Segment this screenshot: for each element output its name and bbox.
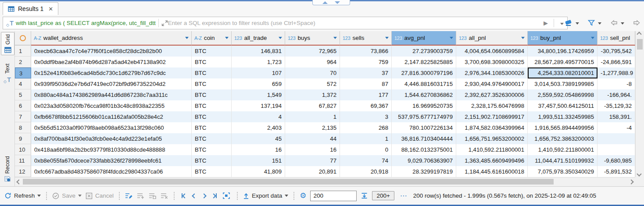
- cell-all_trade[interactable]: 659: [232, 78, 285, 89]
- cell-avg_pnl[interactable]: 2,147.8225825885: [392, 57, 456, 67]
- cell-buys[interactable]: 72,965: [285, 46, 340, 57]
- cell-all_trade[interactable]: 151: [232, 155, 285, 166]
- cell-buys[interactable]: 2,135: [285, 122, 340, 133]
- cell-all_trade[interactable]: 41,809: [232, 166, 285, 177]
- scroll-right-icon[interactable]: [629, 179, 633, 184]
- sort-dropdown-icon[interactable]: [225, 37, 229, 39]
- cell-buy_pnl[interactable]: 1,656,752.3863200003: [528, 133, 597, 144]
- cell-avg_pnl[interactable]: 88,162.0132375001: [392, 144, 456, 155]
- row-number[interactable]: 11: [15, 155, 31, 166]
- settings-gear-icon[interactable]: ⚙: [300, 191, 306, 200]
- cell-sell_pnl[interactable]: -8: [597, 78, 635, 89]
- back-history-dropdown[interactable]: [621, 19, 624, 26]
- sort-dropdown-icon[interactable]: [521, 37, 525, 39]
- row-number[interactable]: 12: [15, 166, 31, 177]
- forward-arrow-icon[interactable]: [633, 20, 640, 26]
- cell-buys[interactable]: 1: [285, 111, 340, 122]
- cell-sells[interactable]: 69,367: [340, 100, 392, 111]
- cell-coin[interactable]: BTC: [192, 111, 232, 122]
- more-status-icon[interactable]: ⋯: [400, 192, 408, 200]
- row-limit-input[interactable]: [310, 191, 357, 201]
- sort-dropdown-icon[interactable]: [333, 37, 337, 39]
- cell-sells[interactable]: 87: [340, 78, 392, 89]
- apply-filter-icon[interactable]: ▶: [540, 20, 551, 26]
- scroll-left-icon[interactable]: [16, 179, 21, 184]
- previous-row-button[interactable]: [192, 193, 197, 198]
- clear-filter-icon[interactable]: [565, 19, 572, 26]
- cell-sell_pnl[interactable]: -166,964.: [597, 89, 635, 100]
- cell-buys[interactable]: 964: [285, 57, 340, 67]
- edit-cell-icon[interactable]: [125, 192, 133, 199]
- save-dropdown[interactable]: [78, 195, 82, 197]
- select-all-corner[interactable]: [15, 31, 31, 46]
- cell-buy_pnl[interactable]: 34,800,196.17426959: [528, 46, 597, 57]
- cell-buys[interactable]: 1,372: [285, 89, 340, 100]
- cell-buy_pnl[interactable]: 11,044,471.510199932: [528, 155, 597, 166]
- column-header-sells[interactable]: 123sells: [340, 31, 392, 46]
- cell-all_trade[interactable]: 2,403: [232, 122, 285, 133]
- cell-avg_pnl[interactable]: 16.9699520735: [392, 100, 456, 111]
- cell-sells[interactable]: 759: [340, 57, 392, 67]
- cell-sell_pnl[interactable]: -5,891,532: [597, 166, 635, 177]
- cell-all_pnl[interactable]: 2,151,902.7108699917: [456, 111, 528, 122]
- horizontal-scrollbar[interactable]: [15, 177, 635, 186]
- cell-wallet_address[interactable]: 0x152e41f0b83e6cad4b5dc730c1d6279b7d67c9…: [31, 67, 192, 78]
- cell-sell_pnl[interactable]: -35,129,32: [597, 100, 635, 111]
- cell-all_pnl[interactable]: 1,656,751.9653200002: [456, 133, 528, 144]
- cell-all_pnl[interactable]: 1,874,582.0364399964: [456, 122, 528, 133]
- cell-buy_pnl[interactable]: 1,916,565.8944499956: [528, 122, 597, 133]
- cell-sell_pnl[interactable]: -4: [597, 122, 635, 133]
- cell-buy_pnl[interactable]: 1,410,592.211800001: [528, 144, 597, 155]
- cell-sell_pnl[interactable]: -24,866,591: [597, 57, 635, 67]
- sort-dropdown-icon[interactable]: [279, 37, 282, 39]
- cell-wallet_address[interactable]: 0x0ddf9bae2af4b874b96d287a5ad42eb47138a9…: [31, 57, 192, 67]
- cell-all_trade[interactable]: 146,831: [232, 46, 285, 57]
- duplicate-row-icon[interactable]: [149, 192, 157, 199]
- cell-avg_pnl[interactable]: 28.3299197819: [392, 166, 456, 177]
- cell-sells[interactable]: 177: [340, 89, 392, 100]
- row-number[interactable]: 9: [15, 133, 31, 144]
- sort-dropdown-icon[interactable]: [185, 37, 189, 39]
- sidebar-item-grid[interactable]: Grid: [1, 32, 14, 55]
- back-arrow-icon[interactable]: [610, 20, 618, 26]
- cell-sell_pnl[interactable]: -9,680,985: [597, 155, 635, 166]
- scroll-down-icon[interactable]: [637, 171, 641, 176]
- cell-sells[interactable]: 73,866: [340, 46, 392, 57]
- cell-sells[interactable]: 20,918: [340, 166, 392, 177]
- add-row-icon[interactable]: [137, 192, 145, 199]
- export-data-button[interactable]: Export data: [243, 192, 288, 199]
- cell-all_pnl[interactable]: 2,392,627.3526300006: [456, 89, 528, 100]
- cell-sell_pnl[interactable]: [597, 144, 635, 155]
- cell-all_pnl[interactable]: 1,363,485.6609499496: [456, 155, 528, 166]
- export-dropdown[interactable]: [285, 195, 288, 197]
- cell-all_pnl[interactable]: 2,328,175.60476998: [456, 100, 528, 111]
- cell-wallet_address[interactable]: 0xfb6678f8bb51215606b01ca1162afa005b28e4…: [31, 111, 192, 122]
- cell-buy_pnl[interactable]: 7,075,978.350340029: [528, 166, 597, 177]
- horizontal-scroll-thumb[interactable]: [23, 179, 554, 185]
- column-header-sell_pnl[interactable]: 123sell_pnl: [597, 31, 635, 46]
- cell-avg_pnl[interactable]: 1,544.6270836862: [392, 89, 456, 100]
- cancel-button[interactable]: Cancel: [86, 192, 114, 199]
- refresh-button[interactable]: Refresh: [4, 192, 41, 199]
- column-header-all_pnl[interactable]: 123all_pnl: [456, 31, 528, 46]
- cell-sells[interactable]: 268: [340, 122, 392, 133]
- cell-avg_pnl[interactable]: 27,816.3000797196: [392, 67, 456, 78]
- clear-filter-dropdown[interactable]: [576, 19, 579, 26]
- cell-coin[interactable]: BTC: [192, 78, 232, 89]
- row-number[interactable]: 8: [15, 122, 31, 133]
- cell-avg_pnl[interactable]: 4,446.8816031715: [392, 78, 456, 89]
- row-number[interactable]: 5: [15, 89, 31, 100]
- last-row-button[interactable]: [212, 193, 217, 198]
- cell-all_trade[interactable]: 137,194: [232, 100, 285, 111]
- cell-buys[interactable]: 16: [285, 144, 340, 155]
- cell-wallet_address[interactable]: 0xfc667adba8d4837586078f4fdcdc29804337ca…: [31, 166, 192, 177]
- fetch-next-segment-icon[interactable]: [361, 192, 368, 199]
- cell-all_pnl[interactable]: 2,976,344.1085300026: [456, 67, 528, 78]
- cell-avg_pnl[interactable]: 780.1007226134: [392, 122, 456, 133]
- cell-coin[interactable]: BTC: [192, 46, 232, 57]
- expand-editor-icon[interactable]: [161, 20, 168, 26]
- column-header-buy_pnl[interactable]: 123buy_pnl: [528, 31, 597, 46]
- cell-buy_pnl[interactable]: 2,559,592.054869998: [528, 89, 597, 100]
- filter-funnel-icon[interactable]: [588, 20, 595, 26]
- delete-row-icon[interactable]: [161, 192, 168, 199]
